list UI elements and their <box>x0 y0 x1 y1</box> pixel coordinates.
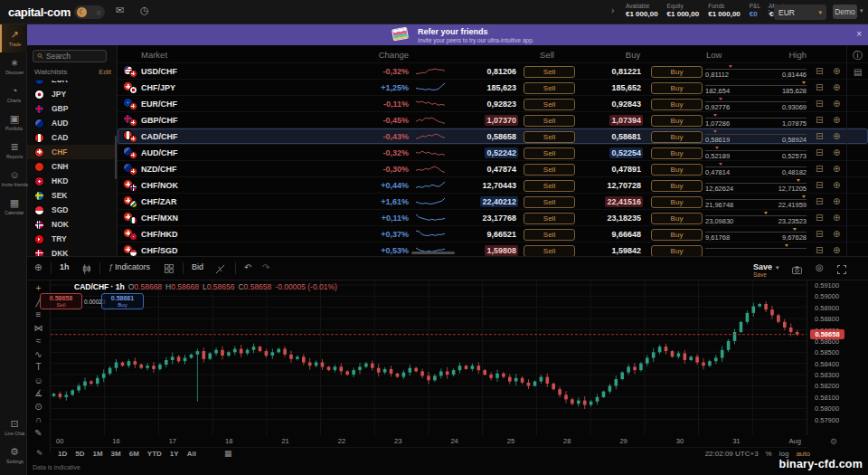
sidebar-item-portfolio[interactable]: ▣ Portfolio <box>0 109 27 137</box>
candle-style-icon[interactable] <box>81 263 91 274</box>
axis-settings-icon[interactable]: ⚙ <box>830 437 837 446</box>
currency-item-dkk[interactable]: DKK <box>27 246 118 256</box>
open-chart-icon[interactable]: ⊟ <box>816 82 823 92</box>
info-icon[interactable]: ⓘ <box>853 49 863 62</box>
redo-icon[interactable]: ↷ <box>262 262 269 272</box>
undo-icon[interactable]: ↶ <box>244 262 251 272</box>
currency-item-chf[interactable]: CHF <box>27 145 118 159</box>
drawing-tool-emoji-icon[interactable]: ☺ <box>33 376 42 385</box>
history-icon[interactable]: ◷ <box>140 5 149 16</box>
currency-item-try[interactable]: TRY <box>27 232 118 246</box>
camera-icon[interactable] <box>792 264 802 274</box>
drawing-tool-edit-icon[interactable]: ✎ <box>34 429 42 438</box>
add-to-watchlist-icon[interactable]: ⊕ <box>833 245 840 255</box>
add-to-watchlist-icon[interactable]: ⊕ <box>833 213 840 223</box>
sell-button[interactable]: Sell <box>524 245 575 257</box>
sidebar-item-charts[interactable]: ◔ Charts <box>0 81 27 109</box>
market-row-chf-zar[interactable]: CHF/ZAR +1,61% 22,40212 Sell 22,41516 Bu… <box>118 193 868 209</box>
add-instrument-icon[interactable]: ⊕ <box>34 262 42 272</box>
search-box[interactable] <box>33 50 107 62</box>
candlestick-chart[interactable] <box>51 280 807 435</box>
open-chart-icon[interactable]: ⊟ <box>816 229 823 239</box>
range-button-ytd[interactable]: YTD <box>147 450 162 458</box>
drawing-tool-fib-retracement-icon[interactable]: ≡ <box>36 310 42 319</box>
sidebar-item-trade[interactable]: ↗ Trade <box>0 24 27 52</box>
range-button-5d[interactable]: 5D <box>75 450 84 458</box>
sell-button[interactable]: Sell <box>524 180 575 192</box>
add-to-watchlist-icon[interactable]: ⊕ <box>833 99 840 109</box>
open-chart-icon[interactable]: ⊟ <box>816 131 823 141</box>
buy-button[interactable]: Buy <box>651 164 703 176</box>
horizontal-scrollbar[interactable] <box>411 252 455 254</box>
sidebar-item-reports[interactable]: ≣ Reports <box>0 137 27 165</box>
drawing-tool-magnet-icon[interactable]: ∩ <box>35 415 42 424</box>
buy-button[interactable]: Buy <box>651 131 703 143</box>
buy-button[interactable]: Buy <box>651 196 703 208</box>
market-row-nzd-chf[interactable]: NZD/CHF -0,30% 0,47874 Sell 0,47891 Buy … <box>118 160 868 176</box>
open-chart-icon[interactable]: ⊟ <box>816 164 823 174</box>
open-chart-icon[interactable]: ⊟ <box>816 245 823 255</box>
currency-item-hkd[interactable]: HKD <box>27 174 118 188</box>
range-button-1y[interactable]: 1Y <box>170 450 179 458</box>
sell-button[interactable]: Sell <box>524 196 575 208</box>
add-to-watchlist-icon[interactable]: ⊕ <box>833 180 840 190</box>
drawing-tool-brush-icon[interactable]: ∿ <box>34 350 42 359</box>
drawing-tool-text-icon[interactable]: T <box>35 363 41 372</box>
chart-settings-icon[interactable]: ◎ <box>816 262 824 272</box>
currency-item-aud[interactable]: AUD <box>27 116 118 130</box>
market-row-chf-hkd[interactable]: CHF/HKD +0,37% 9,66521 Sell 9,66648 Buy … <box>118 225 868 242</box>
open-chart-icon[interactable]: ⊟ <box>816 147 823 157</box>
open-chart-icon[interactable]: ⊟ <box>816 66 823 76</box>
currency-item-sek[interactable]: SEK <box>27 188 118 203</box>
save-button[interactable]: Save <box>753 262 772 271</box>
sell-button[interactable]: Sell <box>524 213 575 224</box>
more-menu-icon[interactable]: ⋮ <box>764 5 774 16</box>
currency-item-cnh[interactable]: CNH <box>27 159 118 174</box>
currency-item-eur[interactable]: EUR <box>27 81 118 87</box>
buy-button[interactable]: Buy <box>651 82 703 94</box>
bid-toggle[interactable]: Bid <box>192 262 203 271</box>
sell-button[interactable]: Sell <box>524 66 575 78</box>
sell-button[interactable]: Sell <box>524 115 575 127</box>
currency-item-cad[interactable]: CAD <box>27 130 118 145</box>
currency-item-jpy[interactable]: JPY <box>27 87 118 101</box>
drawing-tool-elliott-wave-icon[interactable]: ≈ <box>36 337 42 346</box>
log-scale-toggle[interactable]: log <box>779 450 789 458</box>
time-axis[interactable]: 00161718212223242528293031Aug <box>51 435 807 448</box>
sidebar-item-invite-friends[interactable]: ☺ Invite friends <box>0 165 27 193</box>
news-icon[interactable]: ▤ <box>854 67 862 77</box>
add-to-watchlist-icon[interactable]: ⊕ <box>833 82 840 92</box>
market-row-chf-jpy[interactable]: CHF/JPY +1,25% 185,623 Sell 185,652 Buy … <box>118 79 868 95</box>
range-button-1m[interactable]: 1M <box>92 450 102 458</box>
range-button-6m[interactable]: 6M <box>129 450 139 458</box>
market-row-chf-mxn[interactable]: CHF/MXN +0,11% 23,17768 Sell 23,18235 Bu… <box>118 209 868 225</box>
drawing-tool-measure-icon[interactable]: ∡ <box>34 389 42 398</box>
open-chart-icon[interactable]: ⊟ <box>816 99 823 109</box>
save-chevron-icon[interactable]: ▾ <box>776 264 779 271</box>
sidebar-item-live-chat[interactable]: ⊡ Live Chat <box>0 413 27 442</box>
chart-sell-button[interactable]: 0.58658 Sell <box>40 293 82 309</box>
percent-scale-toggle[interactable]: % <box>766 450 772 458</box>
buy-button[interactable]: Buy <box>651 229 703 241</box>
price-axis[interactable]: 0.591000.590000.589000.588000.587000.586… <box>807 280 868 435</box>
collapse-stats-icon[interactable]: › <box>611 5 614 15</box>
close-icon[interactable]: × <box>856 29 862 39</box>
market-row-chf-nok[interactable]: CHF/NOK +0,44% 12,70443 Sell 12,70728 Bu… <box>118 176 868 193</box>
buy-button[interactable]: Buy <box>651 180 703 192</box>
add-to-watchlist-icon[interactable]: ⊕ <box>833 131 840 141</box>
edit-watchlists-link[interactable]: Edit <box>99 68 111 76</box>
open-chart-icon[interactable]: ⊟ <box>816 213 823 223</box>
sidebar-item-calendar[interactable]: ▦ Calendar <box>0 193 27 221</box>
search-input[interactable] <box>46 52 102 61</box>
auto-scale-toggle[interactable]: auto <box>796 450 810 458</box>
range-button-3m[interactable]: 3M <box>111 450 121 458</box>
drawing-tool-crosshair-icon[interactable]: + <box>36 284 42 293</box>
sell-button[interactable]: Sell <box>524 164 575 176</box>
buy-button[interactable]: Buy <box>651 245 703 257</box>
buy-button[interactable]: Buy <box>651 99 703 110</box>
watchlist-scrollbar[interactable] <box>115 136 117 179</box>
market-row-gbp-chf[interactable]: GBP/CHF -0,45% 1,07370 Sell 1,07394 Buy … <box>118 111 868 128</box>
open-chart-icon[interactable]: ⊟ <box>816 180 823 190</box>
sell-button[interactable]: Sell <box>524 131 575 143</box>
buy-button[interactable]: Buy <box>651 115 703 127</box>
